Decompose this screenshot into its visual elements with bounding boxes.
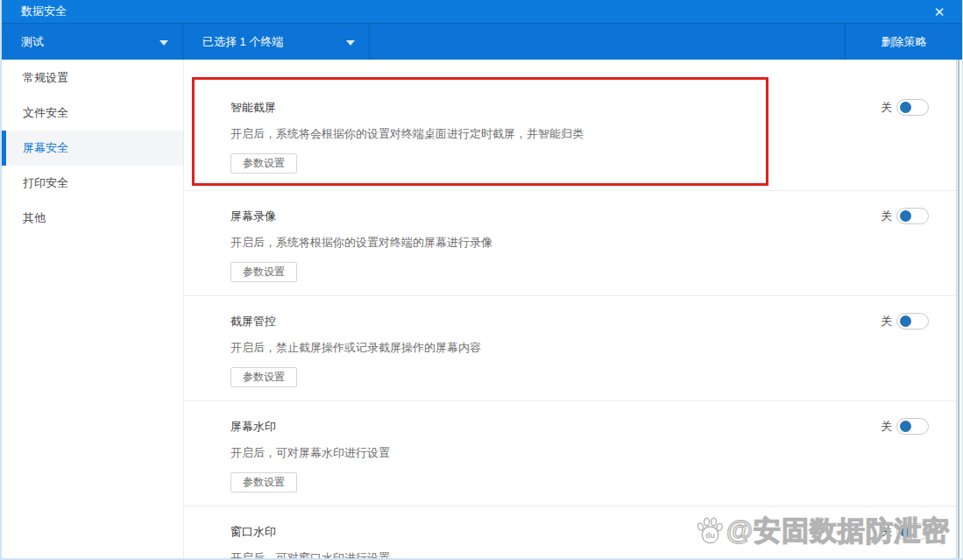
toggle-switch[interactable] — [896, 523, 929, 540]
delete-policy-button[interactable]: 删除策略 — [845, 24, 962, 60]
toggle-wrap: 关 — [881, 523, 929, 540]
toggle-wrap: 关 — [881, 313, 929, 330]
setting-section: 屏幕水印 开启后，可对屏幕水印进行设置 参数设置 关 — [184, 401, 962, 507]
sidebar-item-0[interactable]: 常规设置 — [2, 60, 183, 96]
sidebar-item-label: 其他 — [23, 210, 46, 226]
setting-description: 开启后，系统将会根据你的设置对终端桌面进行定时截屏，并智能归类 — [230, 126, 962, 142]
toggle-switch[interactable] — [896, 208, 929, 224]
terminal-dropdown[interactable]: 已选择 1 个终端 — [183, 24, 370, 60]
toggle-wrap: 关 — [881, 208, 929, 224]
chevron-down-icon — [346, 40, 355, 46]
settings-panel: 智能截屏 开启后，系统将会根据你的设置对终端桌面进行定时截屏，并智能归类 参数设… — [184, 60, 962, 560]
toggle-state-label: 关 — [881, 100, 892, 116]
toggle-state-label: 关 — [881, 419, 892, 435]
toolbar: 测试 已选择 1 个终端 删除策略 — [2, 24, 962, 60]
sidebar-item-3[interactable]: 打印安全 — [2, 166, 183, 201]
scrollbar[interactable] — [956, 60, 962, 560]
toggle-switch[interactable] — [896, 313, 929, 330]
toggle-state-label: 关 — [881, 314, 892, 330]
param-settings-button[interactable]: 参数设置 — [230, 262, 297, 282]
setting-title: 截屏管控 — [230, 314, 962, 330]
sidebar-item-label: 文件安全 — [23, 105, 68, 121]
param-settings-button[interactable]: 参数设置 — [230, 472, 297, 493]
toggle-knob — [900, 421, 911, 432]
toggle-knob — [900, 210, 911, 222]
sidebar-item-1[interactable]: 文件安全 — [2, 96, 183, 131]
terminal-dropdown-value: 已选择 1 个终端 — [202, 34, 283, 50]
setting-section: 智能截屏 开启后，系统将会根据你的设置对终端桌面进行定时截屏，并智能归类 参数设… — [184, 60, 962, 191]
setting-title: 窗口水印 — [230, 524, 962, 540]
titlebar: 数据安全 ✕ — [2, 0, 962, 24]
toolbar-spacer — [370, 24, 845, 60]
toggle-switch[interactable] — [896, 418, 929, 435]
dialog-title: 数据安全 — [21, 4, 67, 19]
sidebar-item-label: 打印安全 — [23, 175, 68, 191]
sidebar-item-4[interactable]: 其他 — [2, 201, 183, 236]
setting-description: 开启后，系统将根据你的设置对终端的屏幕进行录像 — [230, 235, 962, 251]
param-settings-button[interactable]: 参数设置 — [230, 367, 297, 387]
toggle-wrap: 关 — [881, 99, 929, 116]
toggle-knob — [900, 102, 911, 113]
setting-description: 开启后，禁止截屏操作或记录截屏操作的屏幕内容 — [230, 340, 962, 356]
toggle-state-label: 关 — [881, 209, 892, 224]
sidebar-item-label: 屏幕安全 — [23, 140, 68, 156]
param-settings-button[interactable]: 参数设置 — [230, 153, 297, 174]
setting-description: 开启后，可对窗口水印进行设置 — [230, 550, 962, 560]
toggle-knob — [900, 315, 911, 327]
toggle-state-label: 关 — [881, 524, 892, 540]
toggle-switch[interactable] — [896, 99, 929, 116]
toggle-knob — [900, 526, 911, 537]
policy-dropdown[interactable]: 测试 — [2, 24, 183, 60]
close-icon[interactable]: ✕ — [931, 5, 948, 18]
setting-title: 智能截屏 — [230, 100, 962, 116]
setting-section: 截屏管控 开启后，禁止截屏操作或记录截屏操作的屏幕内容 参数设置 关 — [184, 296, 962, 401]
setting-title: 屏幕录像 — [230, 209, 962, 224]
dialog-body: 常规设置 文件安全 屏幕安全 打印安全 其他 智能截屏 开启后，系统将会根据你的… — [2, 60, 962, 560]
setting-section: 窗口水印 开启后，可对窗口水印进行设置 参数设置 关 — [184, 507, 962, 560]
setting-description: 开启后，可对屏幕水印进行设置 — [230, 445, 962, 461]
data-security-dialog: 数据安全 ✕ 测试 已选择 1 个终端 删除策略 常规设置 文件安全 屏幕安全 … — [0, 0, 963, 560]
chevron-down-icon — [159, 40, 168, 46]
sidebar-item-2[interactable]: 屏幕安全 — [2, 131, 183, 166]
sidebar: 常规设置 文件安全 屏幕安全 打印安全 其他 — [2, 60, 184, 560]
sidebar-item-label: 常规设置 — [23, 70, 68, 86]
setting-section: 屏幕录像 开启后，系统将根据你的设置对终端的屏幕进行录像 参数设置 关 — [184, 191, 962, 296]
policy-dropdown-value: 测试 — [21, 34, 44, 50]
setting-title: 屏幕水印 — [230, 419, 962, 435]
scrollbar-thumb[interactable] — [958, 60, 959, 560]
toggle-wrap: 关 — [881, 418, 929, 435]
